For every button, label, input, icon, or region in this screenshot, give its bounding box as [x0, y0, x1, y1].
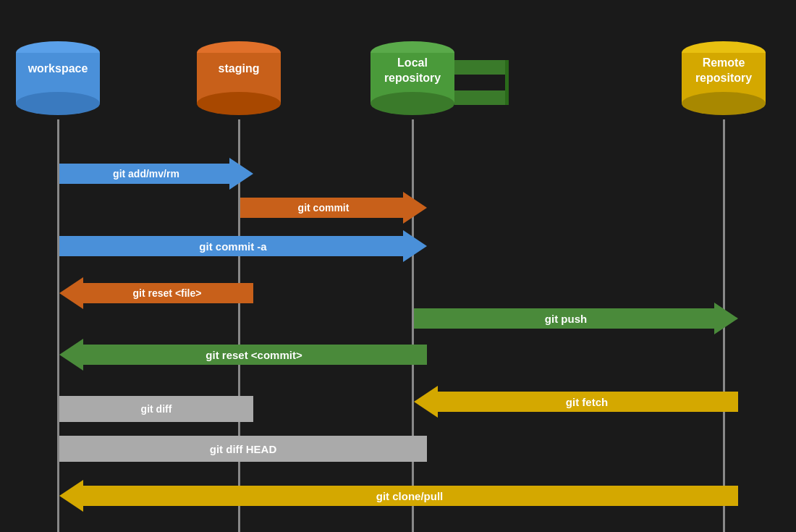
git-commit-a-arrow: git commit -a — [59, 230, 427, 262]
git-push-arrow: git push — [414, 303, 738, 334]
workspace-cylinder: workspace — [14, 40, 101, 122]
git-push-label: git push — [414, 303, 718, 334]
git-reset-file-arrow: git reset <file> — [59, 277, 253, 309]
git-commit-arrow: git commit — [240, 192, 427, 224]
git-diff-head-arrow: git diff HEAD — [59, 433, 427, 465]
git-add-arrow: git add/mv/rm — [59, 158, 253, 190]
local-cylinder: Localrepository — [369, 40, 456, 122]
local-tab-bottom — [454, 90, 509, 105]
git-commit-label: git commit — [240, 192, 407, 224]
git-reset-commit-label: git reset <commit> — [81, 339, 427, 371]
git-reset-commit-arrow: git reset <commit> — [59, 339, 427, 371]
git-diff-label: git diff — [59, 393, 253, 425]
git-reset-file-label: git reset <file> — [81, 277, 253, 309]
svg-point-8 — [371, 92, 454, 115]
staging-cylinder: staging — [195, 40, 282, 122]
local-tab — [454, 60, 509, 75]
git-clone-pull-label: git clone/pull — [81, 480, 738, 512]
local-tab-side — [505, 60, 509, 105]
git-fetch-arrow: git fetch — [414, 386, 738, 418]
remote-cylinder: Remoterepository — [680, 40, 767, 122]
git-diff-head-label: git diff HEAD — [59, 433, 427, 465]
git-fetch-label: git fetch — [436, 386, 738, 418]
svg-point-2 — [16, 92, 100, 115]
svg-point-11 — [682, 92, 766, 115]
git-add-label: git add/mv/rm — [59, 158, 233, 190]
git-diff-arrow: git diff — [59, 393, 253, 425]
diagram-container: workspace staging Localrepository Remote… — [0, 0, 796, 532]
svg-point-5 — [197, 92, 281, 115]
git-commit-a-label: git commit -a — [59, 230, 407, 262]
git-clone-pull-arrow: git clone/pull — [59, 480, 738, 512]
